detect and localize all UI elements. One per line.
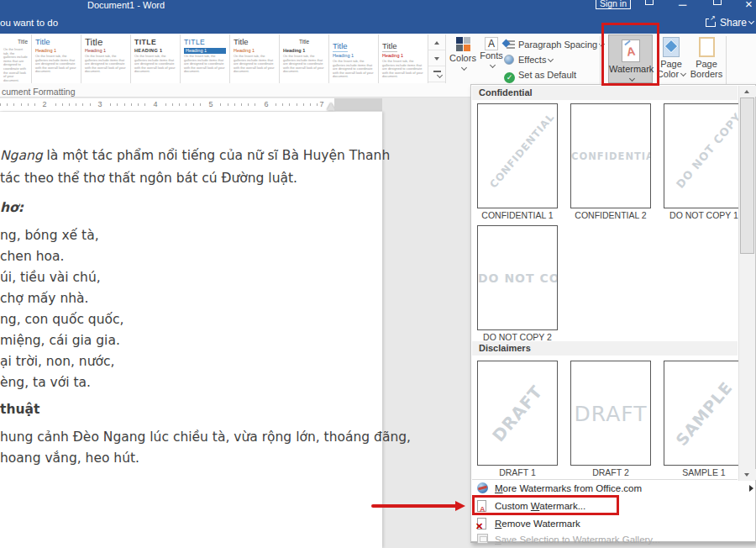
ribbon-group-label: cument Formatting (2, 87, 76, 97)
doc-poem-line: ng, con quốc quốc, (0, 312, 123, 327)
ribbon-display-options-icon[interactable] (645, 0, 654, 8)
watermark-option-do-not-copy-2[interactable]: DO NOT COPY (477, 225, 558, 330)
colors-button[interactable]: Colors (448, 37, 478, 73)
doc-poem-line: èng, ta với ta. (0, 375, 91, 390)
page-color-label: Page (655, 59, 687, 69)
scrollbar-up-button[interactable] (739, 86, 756, 97)
gallery-scroll-up-button[interactable] (428, 34, 445, 50)
watermark-option-draft-1[interactable]: DRAFT (477, 361, 558, 466)
style-set-tile[interactable]: Title Heading 1 On the Insert tab, the g… (379, 34, 428, 83)
style-set-tile[interactable]: Title Heading 1 On the Insert tab, the g… (81, 34, 131, 83)
ruler-margin-zone (334, 98, 382, 111)
page-color-label2: Color (657, 69, 679, 79)
watermark-option-label: DRAFT 1 (477, 467, 558, 477)
share-label: Share (720, 17, 747, 29)
document-title: Document1 - Word (50, 0, 202, 10)
set-as-default-button[interactable]: ✓Set as Default (504, 70, 576, 83)
annotation-arrow (371, 501, 468, 511)
set-as-default-label: Set as Default (518, 70, 576, 80)
tell-me-box[interactable]: ou want to do (0, 18, 58, 28)
style-set-gallery: Title On the Insert tab, the galleries i… (0, 34, 428, 83)
chevron-down-icon (490, 62, 496, 68)
paragraph-spacing-button[interactable]: Paragraph Spacing (504, 39, 604, 50)
doc-paragraph: hung cảnh Đèo Ngang lúc chiều tà, vừa rộ… (0, 429, 411, 445)
gallery-scroll-column (428, 34, 446, 83)
sign-in-button[interactable]: Sign in (596, 0, 631, 9)
watermark-option-confidential-1[interactable]: CONFIDENTIAL (477, 103, 558, 208)
doc-paragraph: hoang vắng, heo hút. (0, 451, 139, 466)
triangle-down-icon (434, 57, 439, 61)
submenu-arrow-icon (749, 485, 753, 492)
style-set-tile[interactable]: TITLE HEADING 1 On the Insert tab, the g… (131, 34, 181, 83)
watermark-option-label: DRAFT 2 (570, 467, 651, 477)
doc-heading: hơ: (0, 200, 24, 215)
doc-poem-line: chợ mấy nhà. (0, 291, 89, 306)
watermark-option-label: CONFIDENTIAL 1 (477, 210, 558, 220)
save-gallery-icon (477, 534, 488, 544)
ruler-number: 3 (96, 100, 104, 108)
gallery-more-button[interactable] (428, 66, 445, 82)
checkmark-icon: ✓ (504, 72, 515, 83)
page-color-button[interactable]: Page Color (655, 34, 687, 79)
watermark-option-confidential-2[interactable]: CONFIDENTIAL (570, 103, 651, 208)
style-set-tile[interactable]: Title Heading 1 On the Insert tab, the g… (280, 34, 329, 83)
remove-watermark-menu-item[interactable]: ✕ Remove Watermark (472, 515, 738, 532)
watermark-option-label: SAMPLE 1 (664, 467, 744, 477)
style-set-tile[interactable]: Title Heading 1 On the Insert tab, the g… (329, 34, 379, 83)
fonts-label: Fonts (479, 50, 504, 61)
watermark-option-sample-1[interactable]: SAMPLE (664, 361, 744, 466)
remove-watermark-icon: ✕ (477, 518, 486, 530)
share-button[interactable]: Share (706, 17, 753, 32)
restore-icon[interactable] (713, 0, 722, 8)
effects-button[interactable]: Effects (504, 55, 553, 65)
horizontal-ruler: 2 3 4 5 6 7 (0, 98, 382, 111)
fonts-icon: A (485, 37, 498, 50)
page-borders-button[interactable]: Page Borders (689, 34, 724, 79)
chevron-down-icon (680, 71, 686, 76)
doc-poem-line: miệng, cái gia gia. (0, 333, 120, 348)
watermark-option-label: DO NOT COPY 1 (664, 210, 744, 220)
save-selection-menu-item: Save Selection to Watermark Gallery... (472, 531, 738, 548)
style-set-tile[interactable]: Title Heading 1 On the Insert tab, the g… (230, 34, 280, 83)
watermark-option-draft-2[interactable]: DRAFT (570, 361, 651, 466)
menu-scrollbar[interactable] (738, 86, 755, 481)
doc-poem-line: chen hoa. (0, 249, 64, 264)
scrollbar-thumb[interactable] (740, 97, 754, 254)
style-set-tile[interactable]: TITLE Heading 1 On the Insert tab, the g… (181, 34, 230, 83)
minimize-icon[interactable]: ─ (679, 0, 686, 11)
close-icon[interactable]: × (745, 0, 753, 11)
doc-poem-line: ng, bóng xế tà, (0, 228, 99, 243)
page-borders-icon (699, 37, 715, 57)
page-borders-label2: Borders (689, 69, 724, 79)
doc-heading: thuật (0, 402, 39, 417)
annotation-box-watermark (601, 23, 659, 86)
scrollbar-down-button[interactable] (739, 469, 756, 480)
gallery-scroll-down-button[interactable] (428, 50, 445, 66)
triangle-down-icon (744, 473, 749, 477)
watermark-option-do-not-copy-1[interactable]: DO NOT COPY (664, 103, 744, 208)
share-icon (706, 18, 716, 27)
office-globe-icon (477, 482, 488, 493)
ruler-ticks (0, 103, 331, 106)
page-borders-label: Page (689, 59, 724, 69)
fonts-button[interactable]: A Fonts (479, 37, 504, 71)
doc-poem-line: ại trời, non, nước, (0, 354, 114, 369)
document-page[interactable]: Ngang là một tác phẩm nổi tiếng của nữ s… (0, 112, 382, 548)
ruler-number: 6 (262, 100, 270, 108)
style-set-tile[interactable]: Title On the Insert tab, the galleries i… (0, 34, 32, 83)
watermark-option-label: CONFIDENTIAL 2 (570, 210, 651, 220)
ruler-number: 4 (151, 100, 160, 108)
doc-paragraph: Ngang là một tác phẩm nổi tiếng của nữ s… (0, 148, 390, 163)
paragraph-spacing-label: Paragraph Spacing (518, 40, 597, 50)
watermark-dropdown-menu: Confidential CONFIDENTIAL CONFIDENTIAL 1… (470, 84, 756, 543)
style-set-tile[interactable]: Title Heading 1 On the Insert tab, the g… (32, 34, 81, 83)
doc-poem-line: úi, tiều vài chú, (0, 270, 101, 285)
chevron-down-icon (748, 18, 754, 24)
ruler-number: 5 (207, 100, 215, 108)
effects-icon (504, 55, 514, 65)
ruler-number: 2 (40, 100, 49, 108)
more-watermarks-menu-item[interactable]: More Watermarks from Office.com (472, 480, 738, 497)
theme-colors-icon (456, 37, 470, 51)
word-window: Document1 - Word Sign in ─ × ou want to … (0, 0, 756, 548)
doc-paragraph: tác theo thể thơ thất ngôn bát cú Đường … (0, 171, 297, 186)
